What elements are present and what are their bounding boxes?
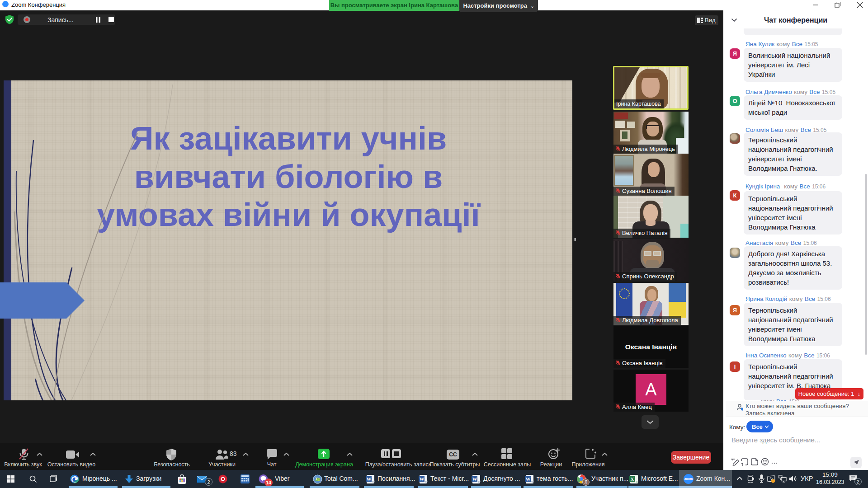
- svg-text:C: C: [317, 478, 321, 482]
- svg-text:W: W: [526, 476, 531, 482]
- svg-text:X: X: [631, 476, 634, 482]
- svg-text:W: W: [472, 476, 477, 482]
- svg-text:W: W: [420, 476, 425, 482]
- svg-text:W: W: [367, 476, 372, 482]
